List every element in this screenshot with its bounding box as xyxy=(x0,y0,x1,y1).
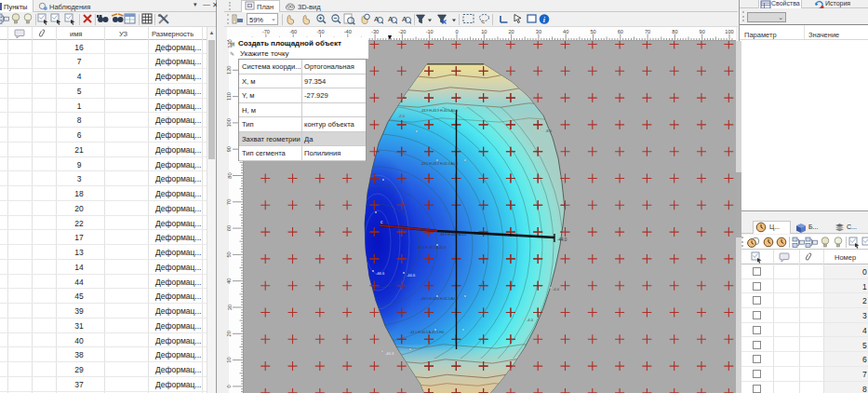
svg-text:-43.9 H-40.9 A-0.0: -43.9 H-40.9 A-0.0 xyxy=(439,233,466,237)
svg-text:-43.5 H-43.1 A-41.0: -43.5 H-43.1 A-41.0 xyxy=(417,246,446,250)
svg-text:0: 0 xyxy=(455,29,458,34)
svg-text:-43.5 H-43.0 H-41.5 A0.0: -43.5 H-43.0 H-41.5 A0.0 xyxy=(421,297,458,301)
svg-text:-40: -40 xyxy=(344,29,352,34)
svg-text:30: 30 xyxy=(227,305,233,310)
svg-text:70: 70 xyxy=(227,199,233,205)
svg-text:-30: -30 xyxy=(371,29,379,34)
svg-text:-50: -50 xyxy=(316,29,324,34)
svg-text:20: 20 xyxy=(508,29,514,34)
svg-text:60: 60 xyxy=(227,225,233,231)
svg-text:50: 50 xyxy=(590,29,595,34)
svg-text:50: 50 xyxy=(227,251,233,257)
svg-text:90: 90 xyxy=(227,146,233,152)
svg-text:70: 70 xyxy=(645,29,650,34)
svg-text:40: 40 xyxy=(563,29,568,34)
svg-text:10: 10 xyxy=(481,29,487,34)
svg-text:-43.1 H-40.5 A-41.5 H0: -43.1 H-40.5 A-41.5 H0 xyxy=(409,331,444,334)
svg-text:-60: -60 xyxy=(289,29,297,34)
svg-text:-43.5 H-43.2 H-41.5 A0.0: -43.5 H-43.2 H-41.5 A0.0 xyxy=(421,162,458,166)
svg-text:0: 0 xyxy=(227,385,233,387)
svg-text:30: 30 xyxy=(536,29,541,34)
svg-text:-10: -10 xyxy=(426,29,434,34)
svg-text:-43.9 H-43.9 H-40.5 A0.0: -43.9 H-43.9 H-40.5 A0.0 xyxy=(421,109,458,113)
svg-text:40: 40 xyxy=(227,278,233,284)
svg-text:-40.3: -40.3 xyxy=(385,351,394,356)
svg-text:100: 100 xyxy=(725,29,733,34)
svg-text:-20: -20 xyxy=(398,29,406,34)
svg-text:90: 90 xyxy=(700,29,705,34)
svg-text:-8.0: -8.0 xyxy=(545,129,553,133)
svg-text:-4.0: -4.0 xyxy=(553,287,560,291)
svg-text:-2.0: -2.0 xyxy=(398,114,406,118)
svg-text:60: 60 xyxy=(618,29,623,34)
svg-text:80: 80 xyxy=(227,172,233,178)
svg-text:-70: -70 xyxy=(262,29,270,34)
svg-text:100: 100 xyxy=(227,118,233,127)
svg-text:-46.6: -46.6 xyxy=(376,271,385,276)
svg-text:-44.0: -44.0 xyxy=(557,237,568,242)
svg-text:120: 120 xyxy=(227,66,233,75)
svg-text:80: 80 xyxy=(672,29,677,34)
svg-text:-44.6: -44.6 xyxy=(407,273,416,278)
svg-text:110: 110 xyxy=(227,92,233,101)
svg-text:-4.0: -4.0 xyxy=(527,318,534,322)
svg-text:20: 20 xyxy=(227,331,233,336)
svg-text:10: 10 xyxy=(227,357,233,362)
